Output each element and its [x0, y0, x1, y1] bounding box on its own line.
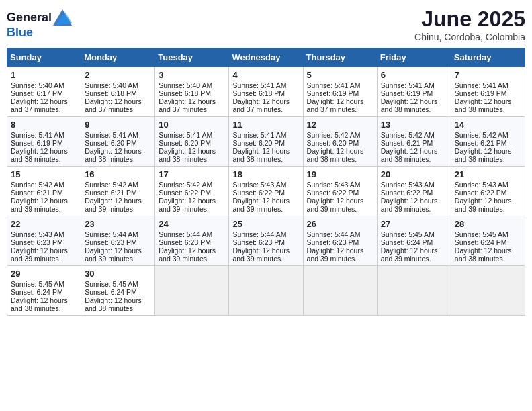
daylight-text: Daylight: 12 hours and 38 minutes. — [11, 147, 77, 163]
sunset-text: Sunset: 6:23 PM — [159, 238, 225, 246]
calendar-cell: 30Sunrise: 5:45 AMSunset: 6:24 PMDayligh… — [81, 266, 155, 316]
week-row-1: 1Sunrise: 5:40 AMSunset: 6:17 PMDaylight… — [7, 67, 525, 117]
calendar-cell: 10Sunrise: 5:41 AMSunset: 6:20 PMDayligh… — [155, 117, 229, 167]
calendar-cell: 9Sunrise: 5:41 AMSunset: 6:20 PMDaylight… — [81, 117, 155, 167]
day-number: 1 — [11, 70, 77, 80]
sunset-text: Sunset: 6:18 PM — [232, 89, 299, 97]
day-number: 30 — [85, 269, 151, 279]
sunrise-text: Sunrise: 5:43 AM — [11, 230, 77, 238]
logo-blue: Blue — [7, 26, 33, 39]
calendar-cell — [451, 266, 525, 316]
day-number: 10 — [159, 120, 225, 130]
sunset-text: Sunset: 6:20 PM — [307, 139, 373, 147]
sunrise-text: Sunrise: 5:43 AM — [307, 181, 373, 189]
sunrise-text: Sunrise: 5:40 AM — [11, 81, 77, 89]
weekday-header-row: SundayMondayTuesdayWednesdayThursdayFrid… — [7, 48, 525, 67]
sunrise-text: Sunrise: 5:45 AM — [381, 230, 447, 238]
daylight-text: Daylight: 12 hours and 38 minutes. — [455, 97, 521, 113]
calendar-cell: 29Sunrise: 5:45 AMSunset: 6:24 PMDayligh… — [7, 266, 81, 316]
sunset-text: Sunset: 6:18 PM — [159, 89, 225, 97]
sunset-text: Sunset: 6:21 PM — [381, 139, 447, 147]
sunset-text: Sunset: 6:22 PM — [307, 189, 373, 197]
day-number: 24 — [159, 219, 225, 229]
sunrise-text: Sunrise: 5:41 AM — [381, 81, 447, 89]
day-number: 17 — [159, 169, 225, 179]
sunset-text: Sunset: 6:18 PM — [85, 89, 151, 97]
calendar-cell: 22Sunrise: 5:43 AMSunset: 6:23 PMDayligh… — [7, 216, 81, 266]
week-row-3: 15Sunrise: 5:42 AMSunset: 6:21 PMDayligh… — [7, 167, 525, 216]
sunset-text: Sunset: 6:23 PM — [307, 238, 373, 246]
sunrise-text: Sunrise: 5:41 AM — [307, 81, 373, 89]
sunset-text: Sunset: 6:21 PM — [455, 139, 521, 147]
day-number: 15 — [11, 169, 77, 179]
sunrise-text: Sunrise: 5:42 AM — [11, 181, 77, 189]
daylight-text: Daylight: 12 hours and 39 minutes. — [85, 197, 151, 213]
weekday-monday: Monday — [81, 48, 155, 67]
calendar-cell: 6Sunrise: 5:41 AMSunset: 6:19 PMDaylight… — [377, 67, 451, 117]
daylight-text: Daylight: 12 hours and 38 minutes. — [11, 296, 77, 312]
calendar-cell — [155, 266, 229, 316]
calendar-cell: 27Sunrise: 5:45 AMSunset: 6:24 PMDayligh… — [377, 216, 451, 266]
sunset-text: Sunset: 6:19 PM — [381, 89, 447, 97]
daylight-text: Daylight: 12 hours and 39 minutes. — [232, 197, 299, 213]
sunrise-text: Sunrise: 5:41 AM — [232, 81, 299, 89]
day-number: 21 — [455, 169, 521, 179]
day-number: 27 — [381, 219, 447, 229]
sunset-text: Sunset: 6:24 PM — [85, 288, 151, 296]
sunrise-text: Sunrise: 5:45 AM — [85, 280, 151, 288]
calendar-cell: 20Sunrise: 5:43 AMSunset: 6:22 PMDayligh… — [377, 167, 451, 216]
sunrise-text: Sunrise: 5:40 AM — [159, 81, 225, 89]
day-number: 22 — [11, 219, 77, 229]
week-row-4: 22Sunrise: 5:43 AMSunset: 6:23 PMDayligh… — [7, 216, 525, 266]
calendar-cell: 8Sunrise: 5:41 AMSunset: 6:19 PMDaylight… — [7, 117, 81, 167]
month-title: June 2025 — [414, 7, 525, 32]
sunrise-text: Sunrise: 5:45 AM — [455, 230, 521, 238]
calendar-cell: 17Sunrise: 5:42 AMSunset: 6:22 PMDayligh… — [155, 167, 229, 216]
sunset-text: Sunset: 6:22 PM — [455, 189, 521, 197]
sunrise-text: Sunrise: 5:45 AM — [11, 280, 77, 288]
day-number: 2 — [85, 70, 151, 80]
daylight-text: Daylight: 12 hours and 39 minutes. — [307, 246, 373, 263]
sunrise-text: Sunrise: 5:42 AM — [381, 131, 447, 139]
sunset-text: Sunset: 6:22 PM — [381, 189, 447, 197]
sunrise-text: Sunrise: 5:42 AM — [307, 131, 373, 139]
calendar-cell: 21Sunrise: 5:43 AMSunset: 6:22 PMDayligh… — [451, 167, 525, 216]
day-number: 13 — [381, 120, 447, 130]
sunset-text: Sunset: 6:20 PM — [85, 139, 151, 147]
daylight-text: Daylight: 12 hours and 38 minutes. — [159, 147, 225, 163]
day-number: 5 — [307, 70, 373, 80]
day-number: 12 — [307, 120, 373, 130]
week-row-5: 29Sunrise: 5:45 AMSunset: 6:24 PMDayligh… — [7, 266, 525, 316]
daylight-text: Daylight: 12 hours and 39 minutes. — [381, 246, 447, 263]
sunset-text: Sunset: 6:22 PM — [159, 189, 225, 197]
daylight-text: Daylight: 12 hours and 38 minutes. — [85, 296, 151, 312]
weekday-wednesday: Wednesday — [229, 48, 303, 67]
sunset-text: Sunset: 6:24 PM — [381, 238, 447, 246]
sunrise-text: Sunrise: 5:41 AM — [455, 81, 521, 89]
daylight-text: Daylight: 12 hours and 38 minutes. — [381, 97, 447, 113]
day-number: 29 — [11, 269, 77, 279]
weekday-sunday: Sunday — [7, 48, 81, 67]
day-number: 4 — [232, 70, 299, 80]
sunset-text: Sunset: 6:19 PM — [455, 89, 521, 97]
sunset-text: Sunset: 6:20 PM — [232, 139, 299, 147]
calendar-cell: 18Sunrise: 5:43 AMSunset: 6:22 PMDayligh… — [229, 167, 303, 216]
logo: General Blue — [7, 9, 72, 40]
weekday-saturday: Saturday — [451, 48, 525, 67]
calendar-cell: 11Sunrise: 5:41 AMSunset: 6:20 PMDayligh… — [229, 117, 303, 167]
day-number: 14 — [455, 120, 521, 130]
weekday-tuesday: Tuesday — [155, 48, 229, 67]
day-number: 3 — [159, 70, 225, 80]
sunrise-text: Sunrise: 5:42 AM — [455, 131, 521, 139]
daylight-text: Daylight: 12 hours and 39 minutes. — [455, 197, 521, 213]
calendar-cell — [303, 266, 377, 316]
day-number: 20 — [381, 169, 447, 179]
calendar-cell: 2Sunrise: 5:40 AMSunset: 6:18 PMDaylight… — [81, 67, 155, 117]
sunrise-text: Sunrise: 5:43 AM — [455, 181, 521, 189]
day-number: 16 — [85, 169, 151, 179]
sunrise-text: Sunrise: 5:42 AM — [159, 181, 225, 189]
day-number: 7 — [455, 70, 521, 80]
calendar-cell: 13Sunrise: 5:42 AMSunset: 6:21 PMDayligh… — [377, 117, 451, 167]
sunset-text: Sunset: 6:19 PM — [307, 89, 373, 97]
daylight-text: Daylight: 12 hours and 37 minutes. — [85, 97, 151, 113]
